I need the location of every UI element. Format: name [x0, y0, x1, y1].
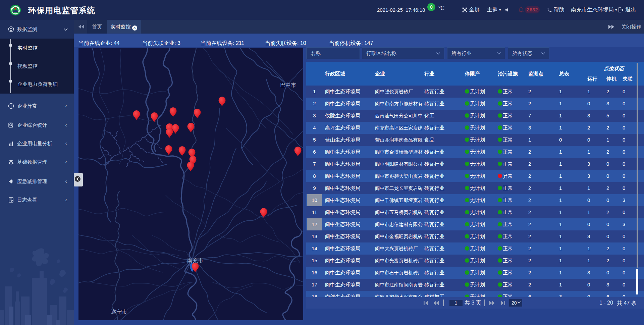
svg-text:南充市: 南充市 [187, 258, 203, 263]
svg-text:遂宁市: 遂宁市 [111, 309, 127, 315]
svg-text:巴中市: 巴中市 [280, 82, 296, 88]
